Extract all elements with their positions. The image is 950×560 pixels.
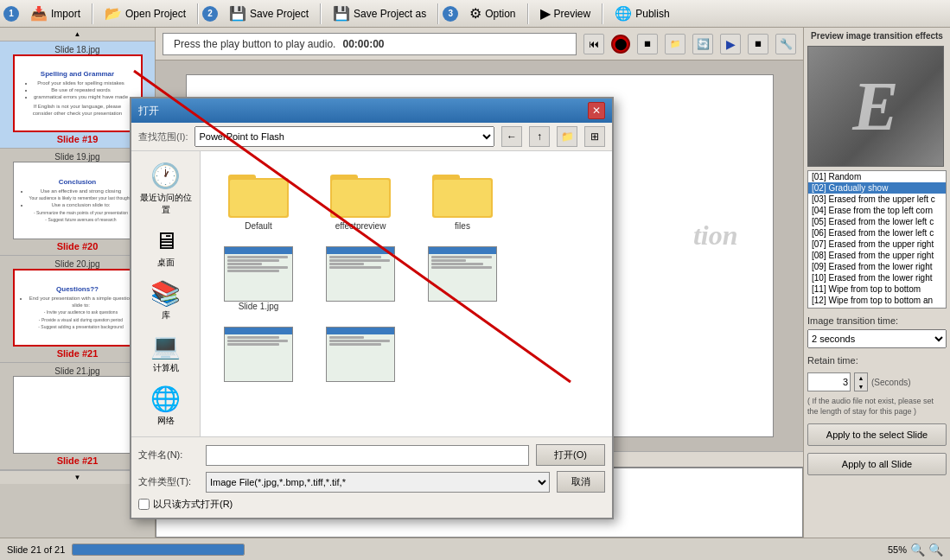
dialog-bottom: 文件名(N): 打开(O) 文件类型(T): Image File(*.jpg,… bbox=[131, 436, 612, 518]
retain-time-stepper: ▲ ▼ bbox=[854, 372, 868, 391]
toolbar-separator bbox=[92, 3, 93, 24]
import-button[interactable]: 📥 Import bbox=[22, 3, 88, 25]
toolbar-separator-5 bbox=[527, 3, 529, 24]
dialog-path-select[interactable]: PowerPoint to Flash bbox=[194, 126, 494, 147]
preview-panel-title: Preview image transition effects bbox=[807, 31, 947, 41]
file-item-effectpreview[interactable]: effectpreview bbox=[313, 162, 408, 235]
file-item-slide5[interactable] bbox=[313, 322, 408, 386]
retain-time-down-btn[interactable]: ▼ bbox=[855, 382, 867, 391]
dialog-close-button[interactable]: ✕ bbox=[588, 102, 605, 119]
save-project-as-button[interactable]: 💾 Save Project as bbox=[325, 3, 434, 25]
file-item-files[interactable]: files bbox=[415, 162, 510, 235]
audio-time: 00:00:00 bbox=[342, 38, 384, 50]
transition-item-01[interactable]: [01] Random bbox=[808, 171, 946, 182]
svg-rect-5 bbox=[332, 180, 389, 216]
sidebar-recent-label: 最近访问的位置 bbox=[139, 192, 193, 216]
transition-item-02[interactable]: [02] Gradually show bbox=[808, 182, 946, 194]
option-icon: ⚙ bbox=[469, 5, 481, 22]
zoom-out-icon[interactable]: 🔍 bbox=[910, 543, 925, 557]
transition-item-04[interactable]: [04] Erase from the top left corn bbox=[808, 205, 946, 216]
option-button[interactable]: ⚙ Option bbox=[462, 3, 523, 25]
sidebar-library-label: 库 bbox=[162, 309, 170, 321]
readonly-label: 以只读方式打开(R) bbox=[153, 498, 233, 511]
filetype-label: 文件类型(T): bbox=[138, 475, 199, 488]
publish-button[interactable]: 🌐 Publish bbox=[607, 3, 677, 25]
audio-tools-btn[interactable]: 🔧 bbox=[775, 34, 796, 54]
progress-bar-container bbox=[72, 544, 245, 556]
transition-list[interactable]: [01] Random[02] Gradually show[03] Erase… bbox=[807, 170, 947, 309]
save-icon: 💾 bbox=[229, 5, 246, 22]
sidebar-desktop-label: 桌面 bbox=[157, 257, 175, 269]
transition-item-05[interactable]: [05] Erased from the lower left c bbox=[808, 216, 946, 227]
dialog-cancel-button[interactable]: 取消 bbox=[557, 471, 605, 493]
transition-item-03[interactable]: [03] Erased from the upper left c bbox=[808, 194, 946, 205]
transition-item-10[interactable]: [10] Erased from the lower right bbox=[808, 272, 946, 283]
retain-time-up-btn[interactable]: ▲ bbox=[855, 373, 867, 382]
file-label-files: files bbox=[455, 221, 470, 231]
preview-icon: ▶ bbox=[540, 5, 551, 22]
publish-icon: 🌐 bbox=[615, 5, 632, 22]
slide-thumb-21b[interactable] bbox=[13, 376, 143, 454]
audio-prev-btn[interactable]: ⏮ bbox=[583, 34, 604, 54]
file-item-slide4[interactable] bbox=[211, 322, 306, 386]
sidebar-desktop[interactable]: 🖥 桌面 bbox=[136, 223, 196, 272]
transition-item-08[interactable]: [08] Erased from the upper right bbox=[808, 250, 946, 261]
dialog-back-btn[interactable]: ← bbox=[501, 126, 522, 147]
step3-circle: 3 bbox=[443, 6, 458, 22]
audio-play-btn[interactable]: ▶ bbox=[720, 34, 741, 54]
zoom-controls: 55% 🔍 🔍 bbox=[888, 543, 943, 557]
save-project-button[interactable]: 💾 Save Project bbox=[221, 3, 316, 25]
dialog-up-btn[interactable]: ↑ bbox=[529, 126, 550, 147]
preview-letter: E bbox=[852, 67, 898, 146]
toolbar-separator-6 bbox=[602, 3, 603, 24]
file-item-default[interactable]: Default bbox=[211, 162, 306, 235]
filename-row: 文件名(N): 打开(O) bbox=[138, 444, 605, 466]
sidebar-recent[interactable]: 🕐 最近访问的位置 bbox=[136, 158, 196, 220]
filename-input[interactable] bbox=[206, 445, 529, 466]
transition-time-select[interactable]: 2 seconds1 second3 seconds4 seconds5 sec… bbox=[807, 329, 947, 348]
dialog-open-button[interactable]: 打开(O) bbox=[536, 444, 605, 466]
filetype-select[interactable]: Image File(*.jpg,*.bmp,*.tiff,*.tif,* bbox=[206, 472, 550, 493]
slide-thumb-21[interactable]: Questions?? End your presentation with a… bbox=[13, 269, 143, 347]
zoom-value: 55% bbox=[888, 544, 907, 555]
transition-item-12[interactable]: [12] Wipe from top to bottom an bbox=[808, 295, 946, 306]
readonly-checkbox[interactable] bbox=[138, 499, 150, 510]
transition-item-09[interactable]: [09] Erased from the lower right bbox=[808, 261, 946, 272]
apply-all-button[interactable]: Apply to all Slide bbox=[807, 453, 947, 475]
transition-item-11[interactable]: [11] Wipe from top to bottom bbox=[808, 283, 946, 295]
audio-record-btn[interactable]: ⬤ bbox=[611, 35, 630, 54]
file-dialog[interactable]: 打开 ✕ 查找范围(I): PowerPoint to Flash ← ↑ 📁 … bbox=[130, 97, 614, 519]
file-label-effectpreview: effectpreview bbox=[335, 221, 386, 231]
dialog-file-area[interactable]: Default effectpreview bbox=[201, 151, 612, 436]
audio-stop-btn[interactable]: ⏹ bbox=[637, 34, 658, 54]
scroll-up-btn[interactable]: ▲ bbox=[0, 28, 155, 41]
top-toolbar: 1 📥 Import 📂 Open Project 2 💾 Save Proje… bbox=[0, 0, 950, 28]
open-project-button[interactable]: 📂 Open Project bbox=[97, 3, 194, 25]
sidebar-network[interactable]: 🌐 网络 bbox=[136, 381, 196, 430]
preview-button[interactable]: ▶ Preview bbox=[532, 3, 599, 25]
retain-time-input[interactable]: 3 bbox=[807, 372, 851, 391]
file-item-slide1[interactable]: Slide 1.jpg bbox=[211, 242, 306, 315]
transition-time-label: Image transition time: bbox=[807, 315, 947, 326]
slide-thumb-19[interactable]: Spelling and Grammar Proof your slides f… bbox=[13, 54, 143, 132]
folder-icon-effectpreview bbox=[326, 166, 395, 221]
toolbar-separator-4 bbox=[437, 3, 439, 24]
transition-item-06[interactable]: [06] Erased from the lower left c bbox=[808, 227, 946, 239]
file-item-slide3[interactable] bbox=[415, 242, 510, 315]
dialog-new-folder-btn[interactable]: 📁 bbox=[557, 126, 577, 147]
dialog-view-btn[interactable]: ⊞ bbox=[584, 126, 605, 147]
apply-select-button[interactable]: Apply to the select Slide bbox=[807, 423, 947, 446]
progress-bar bbox=[73, 544, 244, 555]
audio-refresh-btn[interactable]: 🔄 bbox=[692, 34, 713, 54]
status-bar: Slide 21 of 21 55% 🔍 🔍 bbox=[0, 538, 950, 560]
zoom-in-icon[interactable]: 🔍 bbox=[928, 543, 943, 557]
slide-thumb-20[interactable]: Conclusion Use an effective and strong c… bbox=[13, 162, 143, 239]
folder-icon-files bbox=[428, 166, 497, 221]
sidebar-library[interactable]: 📚 库 bbox=[136, 276, 196, 325]
transition-item-07[interactable]: [07] Erased from the upper right bbox=[808, 239, 946, 250]
audio-stop2-btn[interactable]: ⏹ bbox=[748, 34, 768, 54]
file-item-slide2[interactable] bbox=[313, 242, 408, 315]
sidebar-computer[interactable]: 💻 计算机 bbox=[136, 328, 196, 378]
audio-import-btn[interactable]: 📁 bbox=[665, 34, 685, 54]
retain-time-unit: (Seconds) bbox=[871, 378, 911, 387]
